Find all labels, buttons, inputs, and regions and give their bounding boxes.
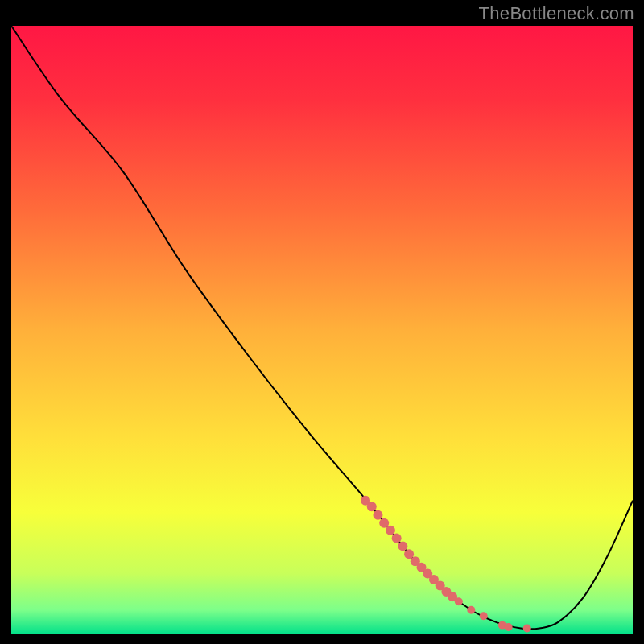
chart-frame <box>10 24 634 636</box>
highlight-dot <box>480 612 488 620</box>
highlight-dot <box>373 510 382 520</box>
highlight-dot <box>392 534 402 543</box>
highlight-dot <box>379 518 389 528</box>
highlight-dot <box>404 549 414 559</box>
highlight-dot <box>505 623 513 631</box>
highlight-dot <box>523 624 531 632</box>
highlight-dot <box>455 597 463 605</box>
highlight-dot <box>398 541 407 551</box>
bottleneck-chart <box>11 26 633 634</box>
highlight-dot <box>467 606 475 614</box>
attribution-text: TheBottleneck.com <box>479 3 634 24</box>
chart-background <box>11 26 633 634</box>
highlight-dot <box>386 526 395 535</box>
chart-area <box>11 26 633 634</box>
highlight-dot <box>367 502 377 511</box>
